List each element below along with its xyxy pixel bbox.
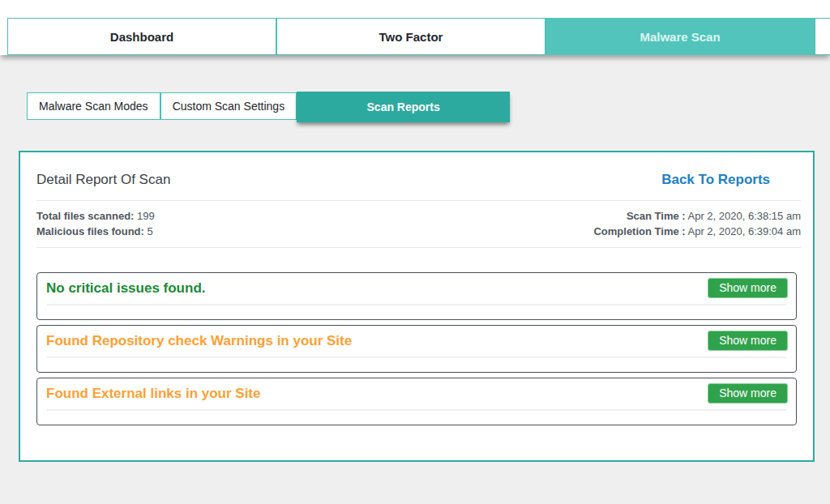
total-files-value: 199: [137, 210, 155, 222]
malware-scan-sub-tabs: Malware Scan Modes Custom Scan Settings …: [27, 92, 830, 120]
malicious-files-row: Malicious files found: 5: [36, 224, 155, 239]
scan-report-panel: Detail Report Of Scan Back To Reports To…: [19, 151, 815, 462]
scan-stats-right: Scan Time : Apr 2, 2020, 6:38:15 am Comp…: [593, 208, 801, 239]
subtab-custom-scan-settings-label: Custom Scan Settings: [173, 100, 285, 113]
scan-time-label: Scan Time :: [627, 210, 686, 222]
malicious-files-label: Malicious files found:: [36, 225, 144, 237]
completion-time-value: Apr 2, 2020, 6:39:04 am: [688, 225, 801, 237]
result-body: [37, 411, 796, 425]
subtab-scan-reports[interactable]: Scan Reports: [297, 92, 510, 122]
result-message: No critical issues found.: [46, 280, 206, 297]
tab-dashboard-label: Dashboard: [110, 30, 173, 44]
panel-header: Detail Report Of Scan Back To Reports: [20, 152, 813, 200]
result-header: No critical issues found. Show more: [37, 273, 796, 304]
show-more-button-critical[interactable]: Show more: [708, 278, 788, 298]
result-body: [37, 358, 796, 372]
completion-time-label: Completion Time :: [593, 225, 685, 237]
show-more-button-repository[interactable]: Show more: [708, 331, 788, 351]
subtab-custom-scan-settings[interactable]: Custom Scan Settings: [160, 92, 297, 120]
subtab-malware-scan-modes-label: Malware Scan Modes: [39, 100, 148, 113]
scan-stats: Total files scanned: 199 Malicious files…: [20, 201, 813, 247]
tab-partial-offscreen[interactable]: [815, 18, 830, 55]
result-repository-warnings: Found Repository check Warnings in your …: [36, 325, 797, 373]
page-title: Detail Report Of Scan: [36, 172, 170, 188]
result-message: Found Repository check Warnings in your …: [46, 333, 352, 349]
tab-dashboard[interactable]: Dashboard: [7, 18, 276, 55]
scan-time-row: Scan Time : Apr 2, 2020, 6:38:15 am: [593, 208, 801, 224]
result-header: Found External links in your Site Show m…: [37, 378, 796, 409]
scan-results-list: No critical issues found. Show more Foun…: [20, 248, 813, 425]
subtab-malware-scan-modes[interactable]: Malware Scan Modes: [27, 92, 160, 120]
tab-malware-scan[interactable]: Malware Scan: [545, 18, 815, 55]
back-to-reports-link[interactable]: Back To Reports: [661, 172, 770, 188]
result-external-links: Found External links in your Site Show m…: [36, 378, 797, 425]
malicious-files-value: 5: [148, 225, 153, 237]
top-tab-bar: Dashboard Two Factor Malware Scan: [0, 0, 830, 55]
subtab-scan-reports-label: Scan Reports: [367, 100, 440, 113]
show-more-button-external[interactable]: Show more: [708, 383, 788, 404]
result-critical-issues: No critical issues found. Show more: [36, 272, 797, 320]
scan-time-value: Apr 2, 2020, 6:38:15 am: [688, 210, 801, 222]
total-files-row: Total files scanned: 199: [36, 208, 155, 224]
tab-two-factor-label: Two Factor: [379, 30, 443, 44]
completion-time-row: Completion Time : Apr 2, 2020, 6:39:04 a…: [593, 224, 801, 239]
result-header: Found Repository check Warnings in your …: [37, 326, 796, 357]
tab-two-factor[interactable]: Two Factor: [276, 18, 545, 55]
result-body: [37, 305, 796, 319]
tab-malware-scan-label: Malware Scan: [640, 30, 720, 44]
result-message: Found External links in your Site: [46, 386, 261, 402]
total-files-label: Total files scanned:: [36, 210, 134, 222]
scan-stats-left: Total files scanned: 199 Malicious files…: [36, 208, 155, 239]
